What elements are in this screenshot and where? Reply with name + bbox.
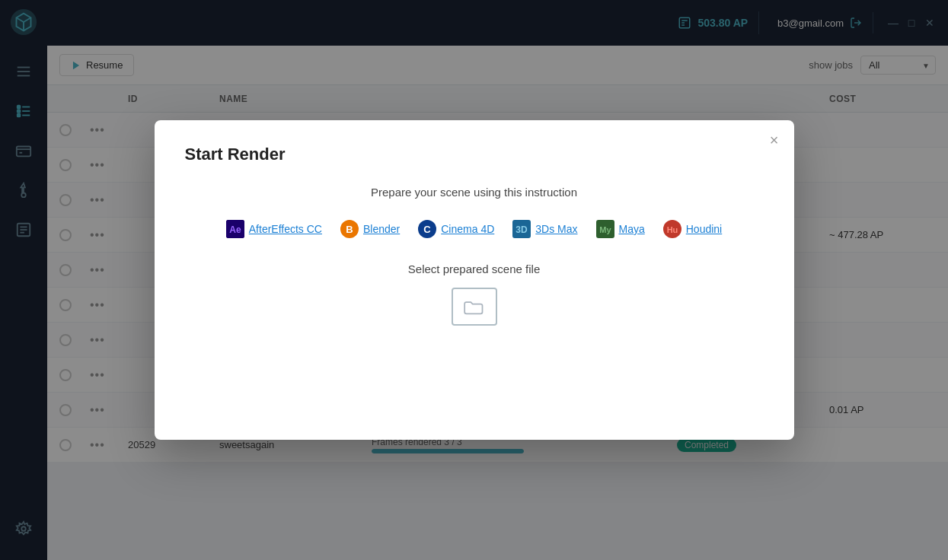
software-blender[interactable]: B Blender	[340, 220, 400, 238]
folder-open-icon	[464, 296, 485, 317]
svg-text:3D: 3D	[516, 224, 528, 235]
aftereffects-label: AfterEffects CC	[249, 223, 322, 235]
svg-text:Ae: Ae	[229, 224, 241, 235]
svg-text:Hu: Hu	[666, 225, 678, 234]
3dsmax-icon: 3D	[512, 220, 531, 238]
blender-icon: B	[340, 220, 359, 238]
file-select-button[interactable]	[452, 288, 497, 326]
houdini-label: Houdini	[686, 223, 722, 235]
modal-subtitle: Prepare your scene using this instructio…	[185, 186, 764, 199]
modal-title: Start Render	[185, 145, 764, 164]
maya-icon: My	[596, 220, 614, 238]
software-cinema4d[interactable]: C Cinema 4D	[418, 220, 494, 238]
software-3dsmax[interactable]: 3D 3Ds Max	[512, 220, 577, 238]
software-maya[interactable]: My Maya	[596, 220, 645, 238]
software-list: Ae AfterEffects CC B Blender	[185, 220, 764, 238]
svg-text:My: My	[599, 225, 611, 234]
houdini-icon: Hu	[663, 220, 681, 238]
software-aftereffects[interactable]: Ae AfterEffects CC	[226, 220, 322, 238]
blender-label: Blender	[363, 223, 400, 235]
3dsmax-label: 3Ds Max	[535, 223, 577, 235]
modal-overlay[interactable]: × Start Render Prepare your scene using …	[0, 0, 948, 560]
maya-label: Maya	[619, 223, 645, 235]
software-houdini[interactable]: Hu Houdini	[663, 220, 722, 238]
modal-close-button[interactable]: ×	[770, 132, 779, 148]
start-render-modal: × Start Render Prepare your scene using …	[155, 120, 794, 440]
svg-text:B: B	[346, 224, 353, 235]
cinema4d-label: Cinema 4D	[441, 223, 494, 235]
aftereffects-icon: Ae	[226, 220, 244, 238]
file-select-label: Select prepared scene file	[185, 262, 764, 275]
cinema4d-icon: C	[418, 220, 436, 238]
svg-text:C: C	[424, 224, 432, 235]
